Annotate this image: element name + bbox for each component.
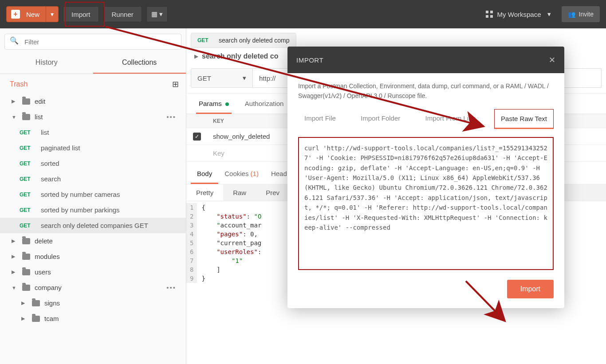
col-key: KEY	[208, 114, 229, 128]
chevron-down-icon: ▾	[243, 74, 246, 82]
more-icon[interactable]: •••	[161, 113, 181, 121]
tab-import-folder[interactable]: Import Folder	[354, 109, 406, 129]
folder-users[interactable]: ▶users	[0, 264, 186, 280]
folder-delete[interactable]: ▶delete	[0, 233, 186, 249]
filter-input[interactable]	[4, 34, 181, 50]
request-label: sorted by number cameras	[41, 191, 120, 198]
folder-modules[interactable]: ▶modules	[0, 249, 186, 264]
chevron-icon: ▶	[12, 254, 18, 259]
folder-icon	[22, 114, 30, 120]
import-modal: IMPORT × Import a Postman Collection, En…	[287, 47, 564, 308]
chevron-icon: ▶	[21, 300, 28, 306]
request-item[interactable]: GETsearch	[0, 171, 186, 187]
request-item[interactable]: GETlist	[0, 125, 186, 140]
grid-icon	[486, 11, 493, 18]
folder-signs[interactable]: ▶signs	[0, 295, 186, 311]
tab-history[interactable]: History	[0, 52, 93, 74]
param-key-placeholder[interactable]: Key	[208, 145, 230, 161]
chevron-icon: ▶	[21, 316, 28, 321]
folder-icon	[32, 300, 40, 306]
method-select[interactable]: GET ▾	[191, 68, 253, 88]
method-badge: GET	[20, 176, 35, 182]
view-preview[interactable]: Prev	[256, 184, 289, 201]
new-button[interactable]: + New ▾	[6, 6, 59, 22]
method-badge: GET	[20, 223, 35, 229]
folder-label: delete	[35, 237, 53, 245]
request-label: list	[41, 129, 49, 136]
chevron-down-icon[interactable]: ▾	[46, 7, 58, 22]
tab-cookies[interactable]: Cookies (1)	[218, 164, 265, 184]
method-badge: GET	[20, 207, 35, 213]
folder-label: signs	[44, 299, 60, 307]
tab-authorization[interactable]: Authorization	[237, 94, 292, 114]
chevron-right-icon: ▶	[194, 53, 198, 59]
folder-label: company	[35, 284, 62, 291]
breadcrumb: search only deleted co	[202, 52, 279, 60]
trash-link[interactable]: Trash	[10, 80, 28, 88]
method-label: GET	[197, 37, 212, 43]
sidebar: 🔍 History Collections Trash ⊞ ▶edit▼list…	[0, 28, 186, 364]
invite-label: Invite	[579, 11, 594, 18]
search-icon: 🔍	[10, 36, 19, 45]
more-icon[interactable]: •••	[161, 284, 181, 291]
invite-button[interactable]: 👥 Invite	[562, 6, 600, 22]
request-item[interactable]: GETsorted by number parkings	[0, 202, 186, 218]
chevron-icon: ▶	[12, 269, 18, 275]
method-value: GET	[197, 74, 211, 82]
tab-collections[interactable]: Collections	[93, 52, 186, 74]
folder-label: edit	[35, 98, 45, 105]
checkbox-checked-icon[interactable]: ✓	[193, 133, 201, 141]
request-tab[interactable]: GET search only deleted comp	[191, 33, 296, 48]
request-item[interactable]: GETsorted by number cameras	[0, 187, 186, 202]
param-key[interactable]: show_only_deleted	[208, 128, 275, 145]
chevron-down-icon: ▾	[547, 10, 551, 18]
request-label: sorted by number parkings	[41, 206, 120, 214]
import-button[interactable]: Import	[63, 6, 99, 22]
tab-import-file[interactable]: Import File	[298, 109, 342, 129]
folder-tcam[interactable]: ▶tcam	[0, 311, 186, 326]
method-badge: GET	[20, 160, 35, 167]
folder-icon	[22, 254, 30, 260]
tab-params[interactable]: Params	[191, 94, 237, 114]
request-item[interactable]: GETsearch only deleted companies GET	[0, 218, 186, 233]
folder-icon	[22, 238, 30, 244]
method-badge: GET	[20, 192, 35, 198]
raw-text-input[interactable]: curl 'http://wd-support-tools.local/comp…	[298, 137, 554, 270]
request-label: sorted	[41, 160, 59, 167]
person-add-icon: 👥	[568, 11, 575, 18]
tab-body[interactable]: Body	[191, 164, 218, 184]
modal-import-button[interactable]: Import	[507, 280, 554, 298]
runner-button[interactable]: Runner	[103, 6, 142, 22]
folder-company[interactable]: ▼company•••	[0, 280, 186, 295]
folder-label: modules	[35, 253, 60, 260]
method-badge: GET	[20, 145, 35, 151]
chevron-icon: ▶	[12, 238, 18, 244]
tab-paste-raw-text[interactable]: Paste Raw Text	[494, 109, 554, 129]
folder-icon	[22, 285, 30, 291]
request-item[interactable]: GETsorted	[0, 156, 186, 171]
workspace-selector[interactable]: My Workspace ▾	[480, 10, 557, 18]
folder-label: list	[35, 113, 43, 121]
status-dot-icon	[225, 102, 229, 106]
modal-description: Import a Postman Collection, Environment…	[298, 81, 554, 101]
tab-title: search only deleted comp	[219, 37, 290, 44]
folder-icon	[22, 269, 30, 275]
folder-label: tcam	[44, 315, 59, 322]
close-icon[interactable]: ×	[549, 54, 555, 66]
app-toolbar: + New ▾ Import Runner ▦ ▾ My Workspace ▾…	[0, 0, 606, 28]
window-button[interactable]: ▦ ▾	[146, 6, 168, 22]
folder-edit[interactable]: ▶edit	[0, 94, 186, 109]
chevron-icon: ▼	[12, 114, 18, 120]
folder-label: users	[35, 268, 51, 276]
folder-list[interactable]: ▼list•••	[0, 109, 186, 125]
view-raw[interactable]: Raw	[223, 184, 256, 201]
view-pretty[interactable]: Pretty	[186, 184, 223, 201]
request-item[interactable]: GETpaginated list	[0, 140, 186, 156]
method-badge: GET	[20, 129, 35, 136]
tab-import-link[interactable]: Import From Link	[419, 109, 481, 129]
workspace-label: My Workspace	[497, 11, 541, 18]
chevron-icon: ▼	[12, 285, 18, 290]
chevron-icon: ▶	[12, 98, 18, 104]
request-label: paginated list	[41, 144, 80, 152]
add-collection-icon[interactable]: ⊞	[172, 79, 179, 89]
